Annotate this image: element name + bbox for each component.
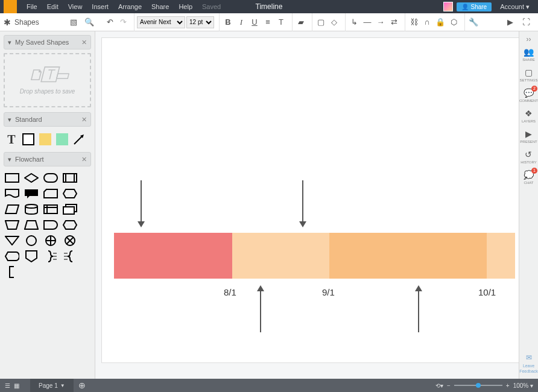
fc-process[interactable] (5, 172, 19, 183)
zoom-out-button[interactable]: − (447, 382, 451, 389)
shape-style-button[interactable]: ◇ (328, 16, 340, 28)
fc-or[interactable] (63, 235, 77, 246)
my-saved-shapes-header[interactable]: ▾ My Saved Shapes ✕ (4, 35, 91, 49)
fc-display[interactable] (5, 251, 19, 262)
close-icon[interactable]: ✕ (81, 156, 87, 163)
account-menu[interactable]: Account ▾ (495, 0, 534, 13)
sync-icon[interactable]: ⟲▾ (435, 382, 443, 389)
timeline-segment-4[interactable] (487, 233, 515, 279)
search-icon[interactable]: 🔍 (83, 16, 95, 28)
rail-settings[interactable]: ▢SETTINGS (519, 68, 537, 82)
fc-brace-l[interactable] (63, 251, 77, 262)
leave-feedback-button[interactable]: ✉Leave Feedback (519, 353, 538, 374)
timeline-segment-1[interactable] (114, 233, 232, 279)
rail-history[interactable]: ↺HISTORY (521, 150, 536, 164)
fc-cylinder[interactable] (24, 204, 39, 215)
avatar[interactable] (443, 2, 453, 11)
text-tool-button[interactable]: T (275, 16, 287, 28)
lock-button[interactable]: 🔒 (434, 16, 446, 28)
add-page-button[interactable]: ⊕ (74, 381, 90, 390)
fc-hex[interactable] (63, 188, 77, 199)
font-select[interactable]: Avenir Next (137, 16, 185, 28)
flowchart-header[interactable]: ▾ Flowchart ✕ (4, 152, 91, 166)
line-style-button[interactable]: ↳ (348, 16, 360, 28)
fc-multi[interactable] (63, 204, 77, 215)
fc-circle[interactable] (24, 235, 39, 246)
menu-arrange[interactable]: Arrange (113, 0, 147, 13)
wrench-button[interactable]: 🔧 (467, 16, 479, 28)
fc-decision[interactable] (24, 172, 39, 183)
border-button[interactable]: ▢ (315, 16, 327, 28)
line-double-button[interactable]: ⇄ (388, 16, 400, 28)
fc-card[interactable] (43, 188, 58, 199)
fc-terminator[interactable] (43, 172, 58, 183)
standard-header[interactable]: ▾ Standard ✕ (4, 112, 91, 127)
rail-comment[interactable]: 💬2COMMENT (519, 88, 538, 103)
menu-edit[interactable]: Edit (42, 0, 63, 13)
timeline-arrow-up-2[interactable] (414, 285, 423, 332)
fc-delay[interactable] (43, 220, 58, 230)
line-arrow-button[interactable]: → (375, 16, 387, 28)
shape-rect[interactable] (22, 133, 35, 146)
fc-para[interactable] (5, 204, 19, 215)
underline-button[interactable]: U (248, 16, 261, 28)
timeline-arrow-up-1[interactable] (256, 285, 265, 332)
shape-arrow[interactable] (72, 133, 86, 146)
fc-bracket[interactable] (5, 267, 19, 277)
line-solid-button[interactable]: — (361, 16, 373, 28)
fc-doc[interactable] (5, 188, 19, 199)
fc-loop[interactable] (63, 220, 77, 230)
menu-file[interactable]: File (22, 0, 42, 13)
gear-icon[interactable]: ✱ (4, 17, 11, 27)
cube-button[interactable]: ⬡ (448, 16, 460, 28)
fc-manual[interactable] (5, 220, 19, 230)
timeline-arrow-down-1[interactable] (137, 180, 145, 227)
app-logo[interactable] (4, 0, 17, 13)
zoom-slider[interactable] (454, 385, 502, 386)
align-button[interactable]: ≡ (262, 16, 274, 28)
fc-brace-r[interactable] (43, 251, 58, 262)
shape-note[interactable] (39, 133, 52, 146)
list-view-icon[interactable]: ☰ (5, 382, 10, 389)
fc-predef[interactable] (63, 172, 77, 183)
fc-callout[interactable] (24, 188, 39, 199)
fc-offpage[interactable] (24, 251, 39, 262)
italic-button[interactable]: I (235, 16, 247, 28)
saved-shapes-dropzone[interactable]: 🗋🅃▭ Drop shapes to save (4, 53, 91, 107)
zoom-thumb[interactable] (476, 383, 481, 388)
menu-help[interactable]: Help (174, 0, 197, 13)
collapse-rail-button[interactable]: ›› (527, 35, 531, 43)
timeline-segment-3[interactable] (329, 233, 487, 279)
shape-block[interactable] (55, 133, 69, 146)
bold-button[interactable]: B (222, 16, 234, 28)
share-button[interactable]: 👤 Share (457, 2, 492, 11)
present-button[interactable]: ▶ (504, 16, 516, 28)
page-tab[interactable]: Page 1▼ (30, 379, 74, 392)
rail-share[interactable]: 👥SHARE (522, 47, 535, 62)
rail-present[interactable]: ▶PRESENT (520, 129, 537, 144)
menu-view[interactable]: View (63, 0, 87, 13)
close-icon[interactable]: ✕ (81, 39, 87, 46)
timeline-segment-2[interactable] (232, 233, 329, 279)
shape-text[interactable]: T (5, 133, 18, 146)
fullscreen-button[interactable]: ⛶ (520, 16, 532, 28)
fill-button[interactable]: ▰ (295, 16, 307, 28)
fc-tri[interactable] (5, 235, 19, 246)
image-icon[interactable]: ▧ (68, 16, 80, 28)
zoom-value[interactable]: 100% ▾ (513, 382, 533, 389)
menu-share[interactable]: Share (147, 0, 174, 13)
canvas-page[interactable]: 8/1 9/1 10/1 (101, 37, 519, 363)
link-button[interactable]: ⛓ (408, 16, 420, 28)
close-icon[interactable]: ✕ (81, 116, 87, 124)
fc-sum[interactable] (43, 235, 58, 246)
rail-chat[interactable]: 💭1CHAT (524, 170, 534, 185)
fc-intstorage[interactable] (43, 204, 58, 215)
undo-button[interactable]: ↶ (104, 16, 116, 28)
rail-layers[interactable]: ❖LAYERS (522, 109, 536, 123)
timeline-arrow-down-2[interactable] (299, 180, 307, 227)
fc-trap[interactable] (24, 220, 39, 230)
font-size-select[interactable]: 12 pt (186, 16, 214, 28)
menu-insert[interactable]: Insert (87, 0, 113, 13)
grid-view-icon[interactable]: ▦ (14, 382, 19, 389)
canvas-area[interactable]: 8/1 9/1 10/1 (95, 31, 519, 379)
